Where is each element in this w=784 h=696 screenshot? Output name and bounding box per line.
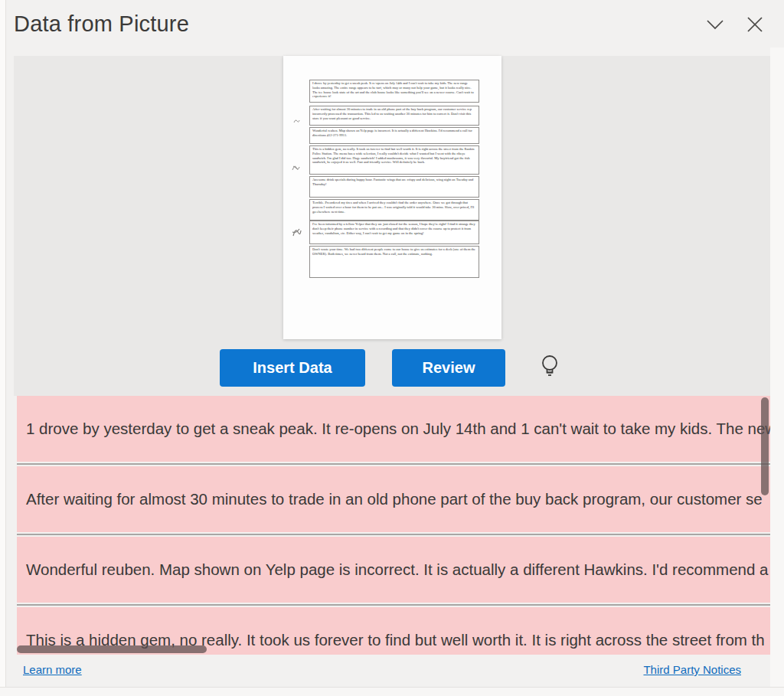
extracted-data-grid: 1 drove by yesterday to get a sneak peak… xyxy=(17,396,770,655)
close-icon xyxy=(746,15,764,34)
tips-button[interactable] xyxy=(536,351,564,384)
pane-left-edge xyxy=(0,0,6,696)
horizontal-scrollbar-thumb[interactable] xyxy=(17,645,207,653)
ocr-row[interactable]: Wonderful reuben. Map shown on Yelp page… xyxy=(17,537,770,603)
ocr-row[interactable]: 1 drove by yesterday to get a sneak peak… xyxy=(17,396,770,462)
review-button[interactable]: Review xyxy=(392,349,505,387)
lightbulb-icon xyxy=(539,354,560,381)
scanned-paragraph: Don't waste your time. We had two differ… xyxy=(309,246,479,278)
scanned-paragraph: I drove by yesterday to get a sneak peak… xyxy=(309,80,479,103)
scanned-paragraph: This is a hidden gem, no really. It took… xyxy=(309,145,479,175)
handwriting-mark xyxy=(291,163,300,172)
page-title: Data from Picture xyxy=(14,11,189,37)
scanned-paragraph: Wonderful reuben. Map shown on Yelp page… xyxy=(309,127,479,144)
scanned-document-image: I drove by yesterday to get a sneak peak… xyxy=(283,56,501,339)
third-party-notices-link[interactable]: Third Party Notices xyxy=(643,663,741,676)
handwriting-mark xyxy=(291,226,302,238)
scanned-paragraph: Terrible. Preordered my tires and when I… xyxy=(309,199,479,221)
scanned-paragraph: I've been informed by a fellow Yelper th… xyxy=(309,221,479,244)
vertical-scrollbar-thumb[interactable] xyxy=(761,397,769,495)
insert-data-button[interactable]: Insert Data xyxy=(220,349,365,387)
scanned-paragraph: Awesome drink specials during happy hour… xyxy=(309,176,479,198)
picture-preview-panel: I drove by yesterday to get a sneak peak… xyxy=(14,56,770,396)
chevron-down-icon xyxy=(705,18,725,31)
scanned-paragraph: After waiting for almost 30 minutes to t… xyxy=(309,106,479,126)
learn-more-link[interactable]: Learn more xyxy=(23,663,82,676)
collapse-pane-button[interactable] xyxy=(698,11,732,38)
ocr-row[interactable]: After waiting for almost 30 minutes to t… xyxy=(17,466,770,532)
pane-bottom-edge xyxy=(0,687,784,696)
handwriting-mark xyxy=(292,117,300,125)
close-pane-button[interactable] xyxy=(738,11,772,38)
pane-right-margin xyxy=(770,47,784,687)
